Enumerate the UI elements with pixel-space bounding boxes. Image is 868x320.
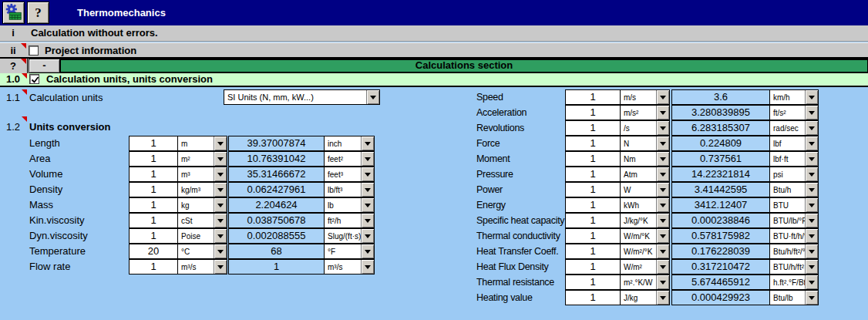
- result-unit-select-value: BTU/h/ft²: [770, 260, 805, 274]
- unit-select-value: W/m²: [621, 260, 656, 274]
- quantity-label: Force: [476, 136, 500, 151]
- quantity-label: Acceleration: [476, 105, 527, 120]
- unit-select[interactable]: N: [620, 136, 670, 151]
- value-input[interactable]: 1: [565, 182, 621, 197]
- dropdown-arrow-icon[interactable]: [656, 121, 669, 135]
- value-input[interactable]: 1: [565, 197, 621, 213]
- result-unit-select[interactable]: ft/s²: [769, 105, 819, 120]
- project-information-checkbox[interactable]: [29, 45, 39, 56]
- dropdown-arrow-icon[interactable]: [656, 136, 669, 150]
- row-id: 1.0: [2, 73, 25, 86]
- unit-select[interactable]: kWh: [620, 197, 670, 213]
- dropdown-arrow-icon[interactable]: [656, 291, 669, 305]
- dropdown-arrow-icon[interactable]: [805, 214, 818, 227]
- dropdown-arrow-icon[interactable]: [805, 106, 818, 120]
- unit-select[interactable]: W/m²/°K: [620, 244, 670, 259]
- dropdown-arrow-icon[interactable]: [805, 136, 818, 150]
- help-button[interactable]: ?: [27, 2, 49, 24]
- value-input[interactable]: 1: [565, 275, 621, 290]
- table-row: Revolutions 1 /s 6.283185307 rad/sec: [0, 120, 868, 136]
- arrow-down-glyph: [809, 250, 815, 254]
- value-input[interactable]: 1: [565, 120, 621, 136]
- dropdown-arrow-icon[interactable]: [656, 152, 669, 166]
- value-input[interactable]: 1: [565, 228, 621, 244]
- app-settings-button[interactable]: [2, 2, 25, 24]
- dropdown-arrow-icon[interactable]: [805, 291, 818, 305]
- value-input[interactable]: 1: [565, 89, 621, 105]
- unit-select[interactable]: Nm: [620, 151, 670, 167]
- quantity-label: Specific heat capacity: [476, 213, 564, 228]
- value-input[interactable]: 1: [565, 244, 621, 259]
- dropdown-arrow-icon[interactable]: [805, 198, 818, 212]
- arrow-down-glyph: [809, 173, 815, 177]
- gear-machine-icon: [5, 3, 22, 23]
- dropdown-arrow-icon[interactable]: [805, 260, 818, 274]
- unit-select[interactable]: J/kg/°K: [620, 213, 670, 228]
- result-unit-select[interactable]: lbf: [769, 136, 819, 151]
- dropdown-arrow-icon[interactable]: [656, 214, 669, 227]
- dropdown-arrow-icon[interactable]: [656, 90, 669, 104]
- dropdown-arrow-icon[interactable]: [805, 90, 818, 104]
- dropdown-arrow-icon[interactable]: [805, 244, 818, 258]
- unit-select[interactable]: m/s: [620, 89, 670, 105]
- result-unit-select[interactable]: km/h: [769, 89, 819, 105]
- value-input[interactable]: 1: [565, 151, 621, 167]
- result-unit-select[interactable]: BTU/lb/°F: [769, 213, 819, 228]
- result-unit-select-value: h.ft².°F/Btu: [770, 275, 805, 289]
- result-unit-select-value: Btu/lb: [770, 291, 805, 305]
- dropdown-arrow-icon[interactable]: [805, 152, 818, 166]
- value-input[interactable]: 1: [565, 136, 621, 151]
- unit-select[interactable]: m².°K/W: [620, 275, 670, 290]
- result-unit-select[interactable]: Btu/lb: [769, 290, 819, 305]
- value-input[interactable]: 1: [565, 290, 621, 305]
- unit-select[interactable]: /s: [620, 120, 670, 136]
- dropdown-arrow-icon[interactable]: [805, 121, 818, 135]
- dropdown-arrow-icon[interactable]: [805, 183, 818, 197]
- result-unit-select[interactable]: psi: [769, 167, 819, 182]
- dropdown-arrow-icon[interactable]: [656, 275, 669, 289]
- dropdown-arrow-icon[interactable]: [805, 229, 818, 243]
- section-1-0-checkbox[interactable]: [29, 74, 39, 84]
- project-information-label: Project information: [45, 43, 136, 58]
- dropdown-arrow-icon[interactable]: [656, 244, 669, 258]
- value-input[interactable]: 1: [565, 213, 621, 228]
- table-row: Speed 1 m/s 3.6 km/h: [0, 89, 868, 105]
- dropdown-arrow-icon[interactable]: [656, 198, 669, 212]
- unit-select[interactable]: J/kg: [620, 290, 670, 305]
- unit-select[interactable]: W/m/°K: [620, 228, 670, 244]
- result-field: 0.000429923: [671, 290, 770, 305]
- dropdown-arrow-icon[interactable]: [805, 167, 818, 181]
- unit-select[interactable]: Atm: [620, 167, 670, 182]
- result-unit-select[interactable]: BTU·ft/h/°F: [769, 228, 819, 244]
- result-field: 0.176228039: [671, 244, 770, 259]
- result-unit-select[interactable]: rad/sec: [769, 120, 819, 136]
- arrow-down-glyph: [809, 219, 815, 223]
- unit-select-value: W/m/°K: [621, 229, 656, 243]
- unit-select[interactable]: m/s²: [620, 105, 670, 120]
- dropdown-arrow-icon[interactable]: [656, 260, 669, 274]
- result-unit-select[interactable]: h.ft².°F/Btu: [769, 275, 819, 290]
- dropdown-arrow-icon[interactable]: [656, 106, 669, 120]
- result-unit-select[interactable]: lbf·ft: [769, 151, 819, 167]
- result-unit-select-value: psi: [770, 167, 805, 181]
- result-unit-select[interactable]: Btu/h/ft²/°F: [769, 244, 819, 259]
- result-unit-select[interactable]: BTU/h/ft²: [769, 259, 819, 275]
- dropdown-arrow-icon[interactable]: [656, 183, 669, 197]
- collapse-section-button[interactable]: -: [29, 59, 60, 73]
- unit-select[interactable]: W/m²: [620, 259, 670, 275]
- value-input[interactable]: 1: [565, 105, 621, 120]
- result-unit-select-value: ft/s²: [770, 106, 805, 120]
- result-field: 6.283185307: [671, 120, 770, 136]
- app-title: Thermomechanics: [77, 0, 166, 25]
- result-unit-select-value: BTU/lb/°F: [770, 214, 805, 227]
- result-unit-select[interactable]: Btu/h: [769, 182, 819, 197]
- dropdown-arrow-icon[interactable]: [656, 229, 669, 243]
- dropdown-arrow-icon[interactable]: [805, 275, 818, 289]
- dropdown-arrow-icon[interactable]: [656, 167, 669, 181]
- value-input[interactable]: 1: [565, 259, 621, 275]
- arrow-down-glyph: [660, 234, 666, 238]
- unit-select[interactable]: W: [620, 182, 670, 197]
- arrow-down-glyph: [809, 234, 815, 238]
- result-unit-select[interactable]: BTU: [769, 197, 819, 213]
- value-input[interactable]: 1: [565, 167, 621, 182]
